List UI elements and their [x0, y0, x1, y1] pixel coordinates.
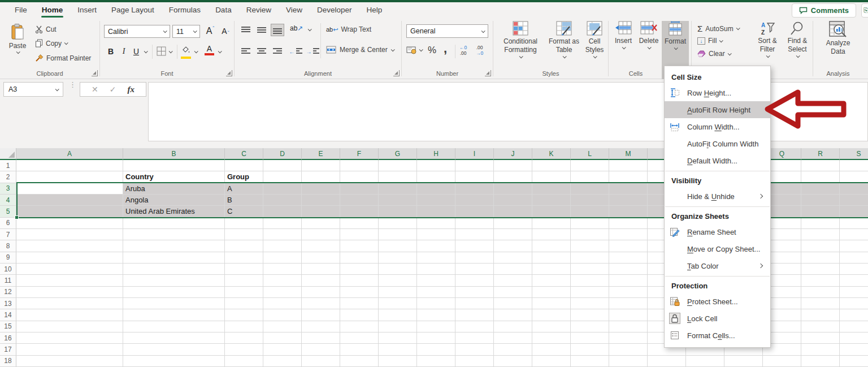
comments-button[interactable]: Comments	[792, 3, 856, 18]
cell-e8[interactable]	[302, 240, 340, 252]
format-as-table-button[interactable]: Format as Table	[548, 21, 580, 58]
find-select-button[interactable]: Find & Select	[783, 21, 811, 58]
tab-data[interactable]: Data	[208, 3, 239, 18]
shrink-font-button[interactable]: Aˇ	[218, 24, 233, 38]
cell-j6[interactable]	[494, 218, 532, 229]
percent-style-button[interactable]: %	[428, 45, 436, 56]
row-header-14[interactable]: 14	[0, 309, 16, 321]
cell-i7[interactable]	[455, 229, 494, 240]
cell-c11[interactable]	[225, 275, 263, 286]
cell-i11[interactable]	[455, 275, 494, 286]
format-painter-button[interactable]: Format Painter	[35, 54, 91, 62]
cell-d1[interactable]	[263, 160, 302, 171]
column-header-l[interactable]: L	[571, 148, 609, 160]
cell-k15[interactable]	[532, 321, 571, 333]
cell-r11[interactable]	[801, 275, 840, 286]
cell-m4[interactable]	[609, 195, 648, 206]
tab-formulas[interactable]: Formulas	[162, 3, 208, 18]
cell-h4[interactable]	[417, 195, 455, 206]
font-dialog-launcher[interactable]	[226, 70, 232, 76]
cell-b18[interactable]	[123, 356, 225, 367]
cell-l6[interactable]	[571, 218, 609, 229]
analyze-data-button[interactable]: Analyze Data	[821, 21, 855, 56]
cell-c16[interactable]	[225, 333, 263, 344]
menu-item-row-height[interactable]: Row Height...	[665, 84, 770, 101]
cell-s9[interactable]	[840, 252, 868, 264]
cell-m13[interactable]	[609, 298, 648, 309]
cell-d9[interactable]	[263, 252, 302, 264]
cell-e10[interactable]	[302, 264, 340, 275]
cell-l11[interactable]	[571, 275, 609, 286]
name-box[interactable]: A3	[3, 82, 63, 97]
enter-icon[interactable]: ✓	[110, 85, 116, 94]
cell-l10[interactable]	[571, 264, 609, 275]
select-all-corner[interactable]	[0, 148, 16, 160]
cell-s13[interactable]	[840, 298, 868, 309]
column-header-b[interactable]: B	[123, 148, 225, 160]
cell-i14[interactable]	[455, 309, 494, 321]
cell-c2[interactable]: Group	[225, 171, 263, 183]
cancel-icon[interactable]: ✕	[92, 85, 98, 94]
wrap-text-button[interactable]: ab↩ Wrap Text	[326, 25, 371, 33]
cell-g2[interactable]	[379, 171, 417, 183]
cell-r7[interactable]	[801, 229, 840, 240]
cell-l2[interactable]	[571, 171, 609, 183]
cell-c17[interactable]	[225, 344, 263, 355]
selection-fill-handle[interactable]	[15, 215, 19, 219]
cell-j10[interactable]	[494, 264, 532, 275]
column-header-r[interactable]: R	[801, 148, 840, 160]
cell-a5[interactable]	[16, 206, 123, 217]
tab-home[interactable]: Home	[34, 3, 71, 18]
cell-m8[interactable]	[609, 240, 648, 252]
cell-d17[interactable]	[263, 344, 302, 355]
cell-c6[interactable]	[225, 218, 263, 229]
cell-e17[interactable]	[302, 344, 340, 355]
cell-f3[interactable]	[340, 183, 379, 195]
cell-d12[interactable]	[263, 287, 302, 298]
cell-b4[interactable]: Angola	[123, 195, 225, 206]
row-header-18[interactable]: 18	[0, 356, 16, 367]
row-header-12[interactable]: 12	[0, 287, 16, 298]
cell-b13[interactable]	[123, 298, 225, 309]
cell-e7[interactable]	[302, 229, 340, 240]
bottom-align-button[interactable]	[271, 24, 284, 36]
cell-d18[interactable]	[263, 356, 302, 367]
cell-j8[interactable]	[494, 240, 532, 252]
cell-h9[interactable]	[417, 252, 455, 264]
borders-icon[interactable]	[157, 46, 166, 56]
decrease-indent-button[interactable]: ←	[289, 45, 302, 58]
cell-k13[interactable]	[532, 298, 571, 309]
cell-e4[interactable]	[302, 195, 340, 206]
cell-r12[interactable]	[801, 287, 840, 298]
cell-s5[interactable]	[840, 206, 868, 217]
cell-s18[interactable]	[840, 356, 868, 367]
increase-decimal-button[interactable]: ←0 .00	[459, 45, 467, 56]
cell-i16[interactable]	[455, 333, 494, 344]
cell-b17[interactable]	[123, 344, 225, 355]
cell-h5[interactable]	[417, 206, 455, 217]
cell-i10[interactable]	[455, 264, 494, 275]
column-header-i[interactable]: I	[455, 148, 494, 160]
cell-s6[interactable]	[840, 218, 868, 229]
cell-j2[interactable]	[494, 171, 532, 183]
cell-h8[interactable]	[417, 240, 455, 252]
cell-r18[interactable]	[801, 356, 840, 367]
cell-m10[interactable]	[609, 264, 648, 275]
cell-d16[interactable]	[263, 333, 302, 344]
cell-styles-button[interactable]: Cell Styles	[581, 21, 607, 58]
cell-g9[interactable]	[379, 252, 417, 264]
cell-i9[interactable]	[455, 252, 494, 264]
cell-h14[interactable]	[417, 309, 455, 321]
align-center-button[interactable]	[255, 45, 268, 58]
tab-page-layout[interactable]: Page Layout	[104, 3, 162, 18]
cell-a10[interactable]	[16, 264, 123, 275]
cell-k17[interactable]	[532, 344, 571, 355]
cell-j15[interactable]	[494, 321, 532, 333]
cell-f4[interactable]	[340, 195, 379, 206]
cell-a1[interactable]	[16, 160, 123, 171]
cell-a16[interactable]	[16, 333, 123, 344]
row-header-7[interactable]: 7	[0, 229, 16, 240]
cell-j4[interactable]	[494, 195, 532, 206]
cell-m15[interactable]	[609, 321, 648, 333]
cell-s4[interactable]	[840, 195, 868, 206]
